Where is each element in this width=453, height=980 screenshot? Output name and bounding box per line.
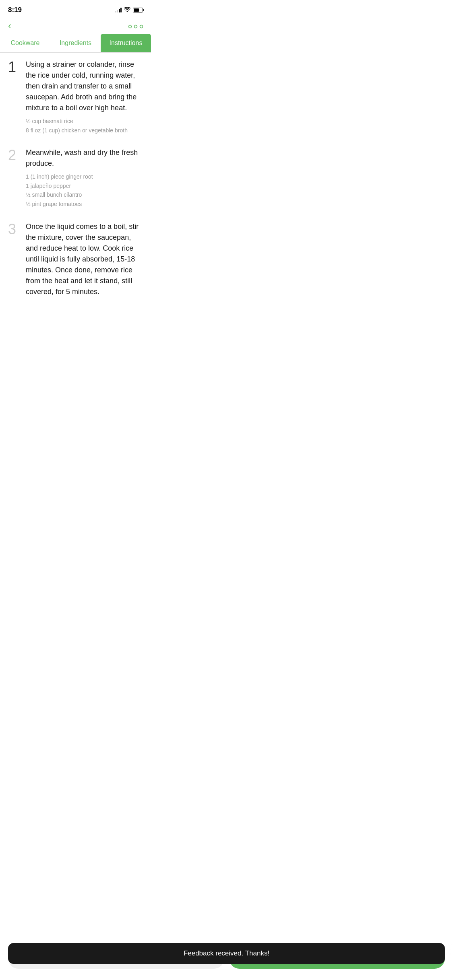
step-3: 3 Once the liquid comes to a boil, stir … — [8, 221, 143, 301]
tab-instructions[interactable]: Instructions — [101, 34, 151, 52]
tab-cookware[interactable]: Cookware — [0, 34, 50, 52]
status-bar: 8:19 — [0, 0, 151, 18]
step-1-ingredient-1: ½ cup basmati rice — [26, 117, 143, 126]
step-3-number: 3 — [8, 221, 20, 301]
signal-icon — [115, 8, 122, 12]
step-2: 2 Meanwhile, wash and dry the fresh prod… — [8, 147, 143, 208]
step-1-ingredient-2: 8 fl oz (1 cup) chicken or vegetable bro… — [26, 127, 143, 135]
step-1-number: 1 — [8, 59, 20, 134]
tab-ingredients[interactable]: Ingredients — [50, 34, 101, 52]
step-2-number: 2 — [8, 147, 20, 208]
nav-bar: ‹ — [0, 18, 151, 34]
back-button[interactable]: ‹ — [8, 21, 11, 31]
more-button[interactable] — [128, 21, 143, 31]
battery-icon — [133, 8, 143, 12]
step-1: 1 Using a strainer or colander, rinse th… — [8, 59, 143, 134]
status-time: 8:19 — [8, 6, 22, 14]
step-3-instruction: Once the liquid comes to a boil, stir th… — [26, 221, 143, 297]
status-icons — [115, 7, 143, 13]
step-2-content: Meanwhile, wash and dry the fresh produc… — [26, 147, 143, 208]
step-1-ingredients: ½ cup basmati rice 8 fl oz (1 cup) chick… — [26, 117, 143, 134]
step-2-ingredient-2: 1 jalapeño pepper — [26, 182, 143, 190]
wifi-icon — [124, 7, 130, 13]
step-2-ingredient-3: ½ small bunch cilantro — [26, 191, 143, 199]
step-1-instruction: Using a strainer or colander, rinse the … — [26, 59, 143, 113]
instructions-content: 1 Using a strainer or colander, rinse th… — [0, 53, 151, 321]
step-1-content: Using a strainer or colander, rinse the … — [26, 59, 143, 134]
svg-point-2 — [140, 25, 143, 28]
step-2-ingredient-4: ½ pint grape tomatoes — [26, 200, 143, 208]
step-2-ingredient-1: 1 (1 inch) piece ginger root — [26, 173, 143, 181]
step-2-instruction: Meanwhile, wash and dry the fresh produc… — [26, 147, 143, 169]
tab-bar: Cookware Ingredients Instructions — [0, 34, 151, 53]
svg-point-0 — [129, 25, 132, 28]
svg-point-1 — [134, 25, 137, 28]
step-2-ingredients: 1 (1 inch) piece ginger root 1 jalapeño … — [26, 173, 143, 208]
step-3-content: Once the liquid comes to a boil, stir th… — [26, 221, 143, 301]
